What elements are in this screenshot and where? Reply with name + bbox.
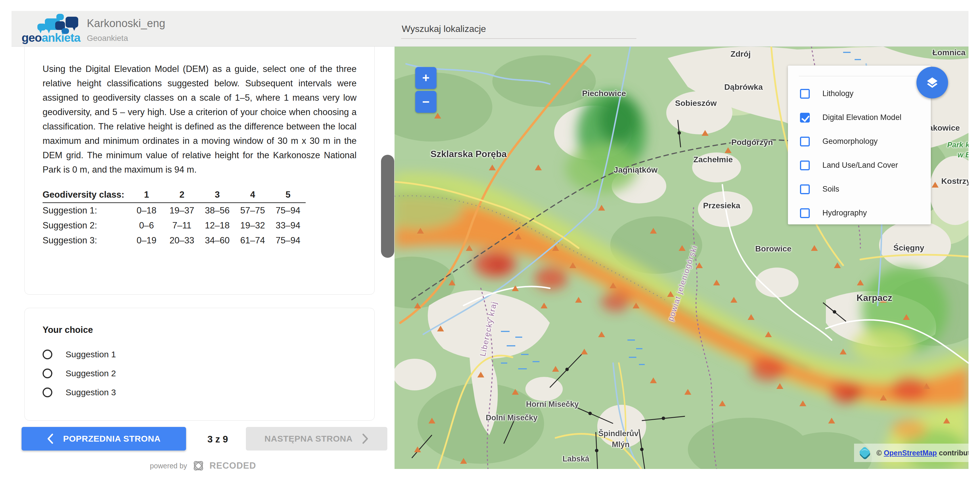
table-row: Suggestion 1:0–1819–3738–5657–7575–94 — [43, 203, 305, 218]
previous-page-label: POPRZEDNIA STRONA — [63, 434, 161, 444]
logo-bubbles-icon — [37, 14, 81, 33]
previous-page-button[interactable]: POPRZEDNIA STRONA — [22, 427, 186, 450]
range-cell: 57–75 — [235, 203, 270, 218]
layers-fab-button[interactable] — [916, 67, 948, 99]
logo-wordmark: geoankieta — [22, 31, 80, 45]
layer-label: Hydrography — [822, 208, 867, 218]
range-cell: 7–11 — [164, 218, 200, 233]
recoded-brand-label: RECODED — [210, 461, 256, 471]
table-class-header: 4 — [235, 187, 270, 203]
zoom-out-button[interactable]: − — [415, 91, 436, 113]
radio-circle[interactable] — [43, 350, 52, 359]
map-canvas[interactable]: ZdrójŁomnicaPiechowiceSobieszówDąbrówkaM… — [395, 46, 969, 469]
range-cell: 34–60 — [200, 233, 235, 248]
search-field-wrap — [401, 22, 636, 39]
survey-panel: Using the Digital Elevation Model (DEM) … — [11, 46, 395, 469]
checkbox-icon[interactable] — [800, 161, 810, 170]
range-cell: 20–33 — [164, 233, 200, 248]
layer-toggle-lithology[interactable]: Lithology — [788, 82, 931, 106]
checkbox-icon[interactable] — [800, 208, 810, 218]
checkbox-icon[interactable] — [800, 89, 810, 99]
layer-label: Land Use/Land Cover — [822, 161, 898, 170]
range-cell: 61–74 — [235, 233, 270, 248]
choice-options: Suggestion 1Suggestion 2Suggestion 3 — [25, 335, 374, 397]
page-subtitle: Geoankieta — [87, 33, 165, 43]
row-label: Suggestion 3: — [43, 233, 129, 248]
map-attribution: © OpenStreetMap contributors. i — [854, 444, 969, 462]
choice-card: Your choice Suggestion 1Suggestion 2Sugg… — [24, 308, 375, 421]
powered-by-label: powered by — [150, 462, 187, 470]
attribution-text: © OpenStreetMap contributors. — [877, 449, 969, 457]
checkbox-icon[interactable] — [800, 137, 810, 146]
range-cell: 12–18 — [200, 218, 235, 233]
radio-option-2[interactable]: Suggestion 2 — [43, 369, 356, 378]
header: geoankieta Karkonoski_eng Geoankieta — [11, 11, 969, 46]
layer-label: Lithology — [822, 89, 853, 98]
title-block: Karkonoski_eng Geoankieta — [87, 17, 165, 43]
pagination-bar: POPRZEDNIA STRONA 3 z 9 NASTĘPNA STRONA — [11, 427, 395, 450]
geodiversity-table: Geodiversity class:12345 Suggestion 1:0–… — [43, 187, 305, 248]
range-cell: 75–94 — [270, 203, 305, 218]
radio-circle[interactable] — [43, 369, 52, 378]
table-class-header: 2 — [164, 187, 200, 203]
radio-option-1[interactable]: Suggestion 1 — [43, 350, 356, 359]
chevron-right-icon — [362, 434, 369, 444]
range-cell: 38–56 — [200, 203, 235, 218]
range-cell: 33–94 — [270, 218, 305, 233]
table-class-header: 3 — [200, 187, 235, 203]
radio-label: Suggestion 1 — [65, 350, 116, 359]
layers-panel: LithologyDigital Elevation ModelGeomorph… — [788, 65, 931, 224]
radio-option-3[interactable]: Suggestion 3 — [43, 388, 356, 397]
range-cell: 0–19 — [129, 233, 164, 248]
row-label: Suggestion 1: — [43, 203, 129, 218]
range-cell: 0–6 — [129, 218, 164, 233]
zoom-in-button[interactable]: + — [415, 67, 436, 89]
table-class-header: 1 — [129, 187, 164, 203]
recoded-logo-icon — [192, 459, 205, 473]
radio-label: Suggestion 3 — [65, 388, 116, 397]
checkbox-checked-icon[interactable] — [800, 113, 810, 123]
app-window: geoankieta Karkonoski_eng Geoankieta Usi… — [11, 11, 969, 469]
table-class-header: 5 — [270, 187, 305, 203]
openstreetmap-link[interactable]: OpenStreetMap — [884, 449, 937, 457]
panel-scrollbar[interactable] — [381, 155, 394, 258]
question-card: Using the Digital Elevation Model (DEM) … — [24, 43, 375, 294]
layer-toggle-geomorphology[interactable]: Geomorphology — [788, 129, 931, 153]
radio-label: Suggestion 2 — [65, 369, 116, 378]
layer-label: Soils — [822, 185, 839, 194]
page-indicator: 3 z 9 — [190, 434, 245, 445]
checkbox-icon[interactable] — [800, 185, 810, 194]
question-text: Using the Digital Elevation Model (DEM) … — [25, 43, 374, 177]
chevron-left-icon — [47, 434, 53, 444]
layer-toggle-land-use-land-cover[interactable]: Land Use/Land Cover — [788, 153, 931, 177]
layer-list: LithologyDigital Elevation ModelGeomorph… — [788, 82, 931, 225]
next-page-button[interactable]: NASTĘPNA STRONA — [246, 427, 387, 450]
row-label: Suggestion 2: — [43, 218, 129, 233]
table-row: Suggestion 2:0–67–1112–1819–3233–94 — [43, 218, 305, 233]
range-cell: 19–37 — [164, 203, 200, 218]
range-cell: 0–18 — [129, 203, 164, 218]
powered-by: powered by RECODED — [117, 459, 289, 473]
next-page-label: NASTĘPNA STRONA — [264, 434, 353, 444]
search-input[interactable] — [401, 22, 636, 39]
range-cell: 19–32 — [235, 218, 270, 233]
maptiler-logo-icon — [857, 445, 872, 461]
layer-toggle-digital-elevation-model[interactable]: Digital Elevation Model — [788, 106, 931, 129]
table-header-row: Geodiversity class:12345 — [43, 187, 305, 203]
table-row: Suggestion 3:0–1920–3334–6061–7475–94 — [43, 233, 305, 248]
page-title: Karkonoski_eng — [87, 17, 165, 30]
layer-label: Geomorphology — [822, 137, 878, 146]
layer-label: Digital Elevation Model — [822, 113, 902, 122]
layer-toggle-soils[interactable]: Soils — [788, 177, 931, 201]
choice-heading: Your choice — [25, 308, 374, 335]
range-cell: 75–94 — [270, 233, 305, 248]
layer-toggle-hydrography[interactable]: Hydrography — [788, 201, 931, 225]
radio-circle[interactable] — [43, 388, 52, 397]
layers-icon — [924, 74, 940, 91]
table-header-label: Geodiversity class: — [43, 187, 129, 203]
